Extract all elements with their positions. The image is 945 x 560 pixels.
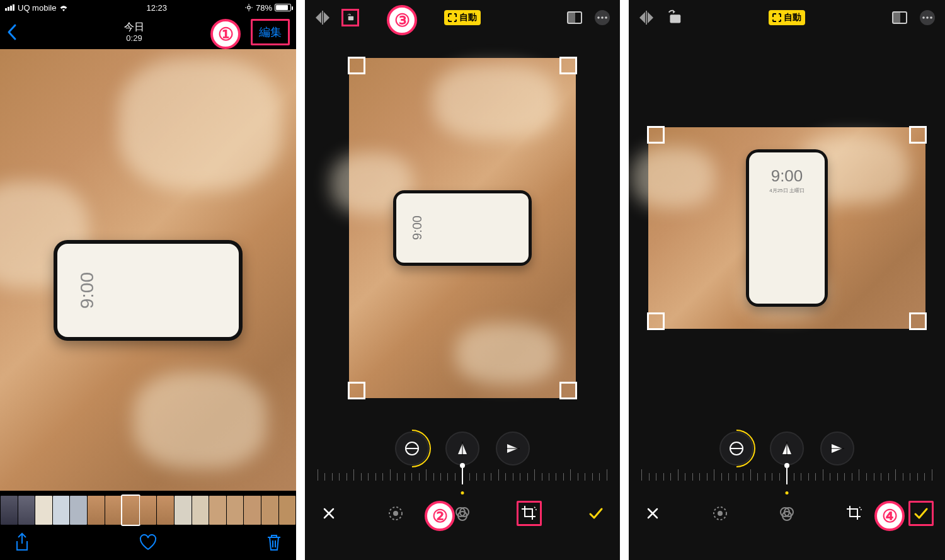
editor-top-bar: 自動	[629, 0, 945, 35]
thumbnail[interactable]	[35, 496, 52, 525]
svg-point-0	[248, 6, 251, 9]
crop-tab[interactable]	[517, 501, 542, 526]
ruler-needle[interactable]	[784, 463, 789, 468]
thumbnail[interactable]	[70, 496, 87, 525]
svg-point-23	[922, 16, 925, 19]
svg-point-9	[406, 442, 418, 455]
auto-button[interactable]: 自動	[444, 10, 481, 25]
title-block: 今日 0:29	[124, 21, 144, 43]
more-button[interactable]	[593, 9, 611, 26]
thumbnail[interactable]	[192, 496, 209, 525]
photo-viewport[interactable]: 9:00	[0, 49, 296, 491]
flip-horizontal-button[interactable]	[638, 9, 655, 26]
perspective-v-dial[interactable]	[770, 431, 804, 466]
signal-icon	[5, 3, 15, 13]
more-button[interactable]	[919, 9, 936, 26]
editor-top-bar: 自動	[305, 0, 620, 35]
thumbnail[interactable]	[279, 496, 296, 525]
subject-phone: 9:00 4月25日 土曜日	[746, 149, 828, 307]
time-label: 0:29	[124, 33, 144, 43]
thumbnail[interactable]	[88, 496, 105, 525]
thumbnail[interactable]	[244, 496, 261, 525]
location-icon	[244, 3, 253, 12]
thumbnail[interactable]	[1, 496, 18, 525]
straighten-dial[interactable]	[395, 431, 429, 466]
panel-editor-crop: 自動 ③ 9:00	[305, 0, 620, 560]
thumbnail[interactable]	[53, 496, 70, 525]
back-button[interactable]	[6, 23, 18, 41]
clock: 12:23	[146, 3, 167, 13]
adjust-tab[interactable]	[707, 501, 733, 526]
svg-rect-1	[322, 11, 323, 25]
svg-point-24	[926, 16, 929, 19]
svg-rect-4	[568, 12, 575, 23]
panel-editor-rotated: 自動 9:00 4月25日 土曜日	[629, 0, 945, 560]
cancel-button[interactable]	[640, 501, 665, 526]
svg-point-7	[601, 16, 604, 19]
svg-rect-19	[670, 14, 680, 23]
subject-phone: 9:00	[393, 190, 532, 266]
adjust-dials	[629, 431, 945, 466]
callout-2: ②	[425, 501, 455, 531]
svg-rect-18	[646, 11, 647, 25]
auto-button[interactable]: 自動	[769, 10, 805, 25]
panel-photo-viewer: UQ mobile 12:23 78% 今日 0:29 編集 ① 9:00	[0, 0, 296, 560]
thumbnail[interactable]	[227, 496, 244, 525]
svg-point-6	[597, 16, 600, 19]
battery-icon	[275, 4, 291, 11]
adjust-dials	[305, 431, 620, 466]
straighten-dial[interactable]	[719, 431, 753, 466]
status-bar: UQ mobile 12:23 78%	[0, 0, 296, 15]
rotate-button[interactable]	[341, 9, 359, 26]
crop-tab[interactable]	[842, 501, 867, 526]
angle-ruler[interactable]	[318, 467, 607, 492]
crop-canvas[interactable]: 9:00	[305, 40, 620, 415]
svg-rect-21	[893, 12, 900, 23]
filters-tab[interactable]	[774, 501, 799, 526]
perspective-h-dial[interactable]	[820, 431, 854, 466]
aspect-button[interactable]	[891, 9, 908, 26]
crop-canvas[interactable]: 9:00 4月25日 土曜日	[629, 40, 945, 415]
confirm-button[interactable]	[908, 501, 934, 526]
thumbnail[interactable]	[261, 496, 278, 525]
thumbnail[interactable]	[209, 496, 226, 525]
battery-pct: 78%	[256, 3, 272, 13]
share-button[interactable]	[14, 532, 30, 552]
perspective-v-dial[interactable]	[445, 431, 479, 466]
svg-point-8	[605, 16, 607, 19]
flip-horizontal-button[interactable]	[314, 9, 331, 26]
thumbnail[interactable]	[157, 496, 174, 525]
confirm-button[interactable]	[583, 501, 609, 526]
crop-frame[interactable]: 9:00	[349, 58, 576, 398]
edit-button[interactable]: 編集	[251, 19, 290, 45]
thumbnail-selected[interactable]	[122, 496, 139, 525]
svg-point-26	[730, 442, 743, 455]
thumbnail[interactable]	[105, 496, 122, 525]
perspective-h-dial[interactable]	[496, 431, 530, 466]
cancel-button[interactable]	[316, 501, 341, 526]
carrier-label: UQ mobile	[18, 3, 56, 13]
rotate-button[interactable]	[665, 9, 683, 26]
thumbnail-strip[interactable]	[0, 496, 296, 525]
svg-point-25	[930, 16, 932, 19]
aspect-button[interactable]	[566, 9, 583, 26]
viewer-toolbar	[0, 525, 296, 560]
date-label: 今日	[124, 21, 144, 33]
crop-frame[interactable]: 9:00 4月25日 土曜日	[648, 127, 925, 329]
thumbnail[interactable]	[140, 496, 157, 525]
delete-button[interactable]	[266, 533, 282, 552]
callout-3: ③	[387, 5, 417, 35]
viewer-nav: 今日 0:29 編集	[0, 15, 296, 49]
callout-4: ④	[874, 501, 905, 531]
svg-rect-2	[348, 16, 353, 21]
svg-point-14	[393, 511, 398, 516]
wifi-icon	[59, 4, 69, 11]
ruler-needle[interactable]	[460, 463, 465, 468]
favorite-button[interactable]	[139, 534, 158, 551]
svg-point-31	[718, 511, 723, 516]
angle-ruler[interactable]	[641, 467, 932, 492]
adjust-tab[interactable]	[383, 501, 408, 526]
thumbnail[interactable]	[175, 496, 192, 525]
thumbnail[interactable]	[18, 496, 35, 525]
editor-bottom-bar	[305, 497, 620, 530]
